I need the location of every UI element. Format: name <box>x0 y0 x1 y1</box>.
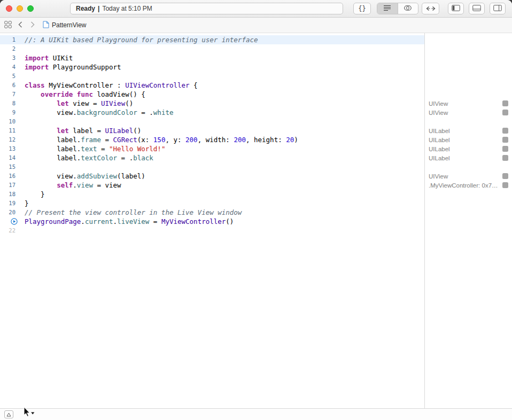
code-text: PlaygroundPage.current.liveView = MyView… <box>20 217 234 226</box>
toggle-debug-area-button[interactable] <box>469 3 485 14</box>
code-line[interactable]: 19} <box>0 199 424 208</box>
line-number: 20 <box>0 208 20 217</box>
code-text: let label = UILabel() <box>20 126 141 135</box>
line-number: 17 <box>0 181 20 190</box>
show-debug-area-button[interactable] <box>4 410 13 418</box>
jumpbar-file-item[interactable]: PatternView <box>43 21 86 30</box>
code-text: let view = UIView() <box>20 99 133 108</box>
code-line[interactable]: 8 let view = UIView() <box>0 99 424 108</box>
code-text: self.view = view <box>20 181 121 190</box>
show-result-button[interactable] <box>502 173 508 179</box>
show-result-button[interactable] <box>502 110 508 115</box>
show-result-button[interactable] <box>502 137 508 143</box>
code-line[interactable]: 22 <box>0 226 424 235</box>
code-line[interactable]: 11 let label = UILabel() <box>0 126 424 135</box>
minimize-window-button[interactable] <box>17 5 23 12</box>
code-line[interactable]: 17 self.view = view <box>0 181 424 190</box>
result-row[interactable]: UILabel <box>425 135 512 144</box>
code-line[interactable]: PlaygroundPage.current.liveView = MyView… <box>0 217 424 226</box>
code-text: // Present the view controller in the Li… <box>20 208 242 217</box>
result-row[interactable]: UIView <box>425 108 512 117</box>
result-row[interactable]: UILabel <box>425 144 512 153</box>
activity-viewer: Ready | Today at 5:10 PM <box>70 3 343 14</box>
status-primary: Ready <box>76 5 95 12</box>
result-row[interactable]: UIView <box>425 172 512 181</box>
swap-editors-button[interactable] <box>422 3 439 14</box>
line-number: 7 <box>0 90 20 99</box>
jumpbar-file-name: PatternView <box>52 21 86 29</box>
results-sidebar: UIViewUIViewUILabelUILabelUILabelUILabel… <box>425 33 512 408</box>
triangle-up-icon <box>6 410 11 418</box>
status-timestamp: Today at 5:10 PM <box>102 5 152 12</box>
rendered-markup-segment[interactable] <box>398 3 418 14</box>
code-line[interactable]: 14 label.textColor = .black <box>0 153 424 162</box>
code-snippet-button[interactable]: {} <box>353 3 371 14</box>
code-text <box>20 44 25 53</box>
result-label: UILabel <box>429 155 499 161</box>
close-window-button[interactable] <box>6 5 12 12</box>
markup-mode-segmented-control <box>377 3 418 14</box>
right-panel-icon <box>493 5 502 13</box>
chevron-right-icon <box>30 21 35 29</box>
line-number: 4 <box>0 63 20 72</box>
code-line[interactable]: 12 label.frame = CGRect(x: 150, y: 200, … <box>0 135 424 144</box>
line-number: 5 <box>0 72 20 81</box>
code-text: view.addSubview(label) <box>20 172 145 181</box>
left-panel-icon <box>452 5 460 13</box>
result-label: UIView <box>429 110 499 116</box>
raw-markup-segment[interactable] <box>377 3 398 14</box>
code-line[interactable]: 15 <box>0 162 424 172</box>
result-label: UIView <box>429 100 499 107</box>
result-row[interactable]: .MyViewController: 0x7… <box>425 181 512 190</box>
editor-area: 1//: A UIKit based Playground for presen… <box>0 33 512 408</box>
result-row[interactable]: UIView <box>425 99 512 108</box>
result-label: UILabel <box>429 146 499 152</box>
code-text: import UIKit <box>20 53 73 63</box>
code-line[interactable]: 9 view.backgroundColor = .white <box>0 108 424 117</box>
line-number: 1 <box>0 35 20 44</box>
line-number: 6 <box>0 81 20 90</box>
code-line[interactable]: 7 override func loadView() { <box>0 90 424 99</box>
code-text: //: A UIKit based Playground for present… <box>20 35 258 44</box>
code-line[interactable]: 16 view.addSubview(label) <box>0 172 424 181</box>
code-text <box>20 226 25 235</box>
code-text: label.text = "Hello World!" <box>20 144 165 153</box>
line-number: 22 <box>0 226 20 235</box>
code-line[interactable]: 2 <box>0 44 424 53</box>
go-back-button[interactable] <box>18 21 22 29</box>
go-forward-button[interactable] <box>30 21 35 29</box>
left-right-arrows-icon <box>425 5 437 13</box>
code-line[interactable]: 4import PlaygroundSupport <box>0 63 424 72</box>
jump-bar: PatternView <box>0 18 512 33</box>
status-separator: | <box>98 5 99 12</box>
code-text: override func loadView() { <box>20 90 145 99</box>
zoom-window-button[interactable] <box>27 5 34 12</box>
code-line[interactable]: 6class MyViewController : UIViewControll… <box>0 81 424 90</box>
related-items-button[interactable] <box>4 21 12 30</box>
code-line[interactable]: 13 label.text = "Hello World!" <box>0 144 424 153</box>
code-line[interactable]: 3import UIKit <box>0 53 424 63</box>
code-line[interactable]: 5 <box>0 72 424 81</box>
run-playground-line-button[interactable] <box>0 217 20 226</box>
code-line[interactable]: 20// Present the view controller in the … <box>0 208 424 217</box>
code-line[interactable]: 10 <box>0 117 424 126</box>
toggle-inspectors-button[interactable] <box>490 3 506 14</box>
line-number: 13 <box>0 144 20 153</box>
toggle-navigator-button[interactable] <box>448 3 464 14</box>
code-line[interactable]: 18 } <box>0 190 424 199</box>
show-result-button[interactable] <box>502 155 508 161</box>
chevron-left-icon <box>18 21 22 29</box>
show-result-button[interactable] <box>502 146 508 152</box>
line-number: 15 <box>0 162 20 172</box>
result-row[interactable]: UILabel <box>425 126 512 135</box>
result-label: UILabel <box>429 137 499 143</box>
code-line[interactable]: 1//: A UIKit based Playground for presen… <box>0 35 424 44</box>
braces-icon: {} <box>358 5 366 12</box>
show-result-button[interactable] <box>502 100 508 106</box>
show-result-button[interactable] <box>502 182 508 188</box>
result-row[interactable]: UILabel <box>425 153 512 162</box>
show-result-button[interactable] <box>502 128 508 134</box>
code-lines[interactable]: 1//: A UIKit based Playground for presen… <box>0 33 425 408</box>
bottom-bar <box>0 408 512 420</box>
line-number: 16 <box>0 172 20 181</box>
